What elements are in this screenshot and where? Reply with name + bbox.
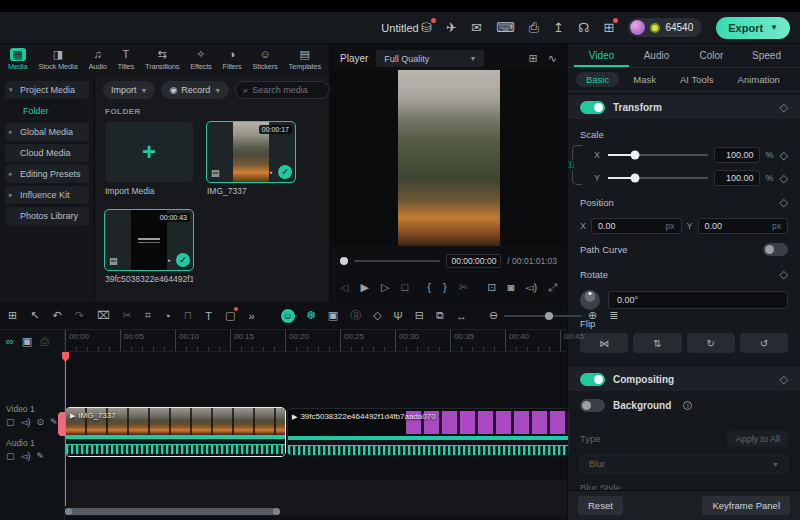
display-icon[interactable]: ⊡ [487,281,496,294]
scrubber-handle[interactable] [340,257,348,265]
lock-track-icon[interactable]: ▢ [6,417,15,427]
track-options-icon[interactable]: ✎ [50,417,58,427]
import-media-tile[interactable]: + Import Media [105,122,193,196]
transform-toggle[interactable] [580,101,605,114]
tab-speed[interactable]: Speed [739,44,794,67]
avatar[interactable] [630,20,645,35]
timeline-clip-39fc[interactable]: ▶39fc5038322e464492f1d4fb7aada070 [287,408,569,456]
subtab-mask[interactable]: Mask [623,72,666,87]
tab-titles[interactable]: T Titles [118,48,134,71]
scale-x-value[interactable]: 100.00 [714,147,760,163]
stop-icon[interactable]: □ [401,281,408,294]
play-icon[interactable]: ▶ [360,281,368,294]
subtab-animation[interactable]: Animation [728,72,790,87]
shield-icon[interactable]: ◇ [373,309,381,322]
track-height-icon[interactable]: ≣ [609,309,618,322]
mark-out-icon[interactable]: } [443,281,447,294]
rotate-dial[interactable] [580,290,600,310]
scrubber-track[interactable] [354,260,440,262]
select-tool-icon[interactable]: ↖ [30,309,39,322]
tab-audio[interactable]: ♫ Audio [88,48,106,71]
ai-effect-icon[interactable]: ❆ [307,309,316,322]
timeline-clip-img7337[interactable]: ▶IMG_7337 [66,408,285,456]
apps-icon[interactable]: ⊞ [604,21,615,34]
keyframe-diamond-icon[interactable]: ◇ [780,196,788,209]
export-button[interactable]: Export ▼ [716,17,790,39]
rotate-ccw-button[interactable]: ↺ [740,333,788,353]
support-icon[interactable]: ☊ [578,21,590,34]
zoom-in-icon[interactable]: ⊕ [588,309,597,322]
track-manager-icon[interactable]: ⊞ [8,309,17,322]
screen-record-icon[interactable]: ⧉ [436,309,444,322]
crop-icon[interactable]: ⌗ [145,309,151,322]
share-icon[interactable]: ✈ [446,21,457,34]
tab-templates[interactable]: ▤ Templates [289,48,321,71]
path-curve-toggle[interactable] [763,243,788,256]
media-item-img7337[interactable]: 00:00:17 ▤ ◔ ✓ IMG_7337 [207,122,295,196]
tab-audio-props[interactable]: Audio [629,44,684,67]
search-input[interactable] [252,85,322,95]
playhead[interactable] [65,352,66,506]
sidebar-item-global-media[interactable]: ▸ Global Media [5,123,89,141]
sidebar-item-project-media[interactable]: ▾ Project Media [5,81,89,99]
tab-effects[interactable]: ✧ Effects [190,48,211,71]
sidebar-item-photos-library[interactable]: Photos Library [5,207,89,225]
mark-in-icon[interactable]: { [427,281,431,294]
camera-icon[interactable]: ▣ [328,309,338,322]
sidebar-item-influence-kit[interactable]: ▸ Influence Kit [5,186,89,204]
rotate-cw-button[interactable]: ↻ [687,333,735,353]
reset-button[interactable]: Reset [578,496,623,515]
undo-icon[interactable]: ↶ [52,309,61,322]
scale-y-value[interactable]: 100.00 [714,170,760,186]
tab-transitions[interactable]: ⇆ Transitions [145,48,179,71]
scopes-icon[interactable]: ∿ [548,52,557,65]
compositing-toggle[interactable] [580,373,605,386]
lock-ratio-icon[interactable]: ⚿ [568,160,574,171]
media-item-39fc[interactable]: 00:00:43 ▤ ◔ ✓ 39fc5038322e464492f1d4f..… [105,210,193,284]
rotate-value[interactable]: 0.00° [608,291,788,309]
timeline-zoom-slider[interactable] [504,315,582,317]
lock-track-icon[interactable]: ▢ [6,451,15,461]
quick-split-icon[interactable]: ✄ [459,281,468,294]
keyframe-diamond-icon[interactable]: ◇ [780,149,788,162]
sidebar-item-editing-presets[interactable]: ▸ Editing Presets [5,165,89,183]
keyframe-diamond-icon[interactable]: ◇ [780,172,788,185]
subtab-ai-tools[interactable]: AI Tools [670,72,724,87]
sidebar-item-cloud-media[interactable]: Cloud Media [5,144,89,162]
next-frame-icon[interactable]: ▷ [381,281,389,294]
tab-media[interactable]: ▦ Media [8,48,27,71]
background-toggle[interactable] [580,399,605,412]
scale-x-slider[interactable] [608,154,708,156]
mute-track-icon[interactable]: ◅) [21,417,31,427]
account-pill[interactable]: 64540 [628,18,702,37]
beat-detect-icon[interactable]: Ⓑ [350,308,361,323]
sidebar-item-folder[interactable]: Folder [5,102,89,120]
voiceover-mic-icon[interactable]: Ψ [394,310,403,322]
apply-to-all-button[interactable]: Apply to All [727,431,788,447]
clip-trim-handle[interactable] [58,412,65,436]
tab-color[interactable]: Color [684,44,739,67]
position-y-field[interactable]: 0.00 px [698,218,788,234]
more-tools-icon[interactable]: » [248,310,254,322]
tab-stickers[interactable]: ☺ Stickers [253,48,278,71]
keyframe-diamond-icon[interactable]: ◇ [780,373,788,386]
preview-track-icon[interactable]: ▣ [22,335,32,348]
delete-icon[interactable]: ⌧ [97,309,110,322]
redo-icon[interactable]: ↷ [75,309,84,322]
feedback-icon[interactable]: ✉ [471,21,482,34]
tab-stock-media[interactable]: ◨ Stock Media [38,48,77,71]
keyframe-diamond-icon[interactable]: ◇ [780,101,788,114]
track-options-icon[interactable]: ✎ [36,451,44,461]
link-icon[interactable]: ∞ [6,335,14,348]
record-button[interactable]: ◉ Record ▼ [161,81,229,99]
scale-y-slider[interactable] [608,177,708,179]
volume-icon[interactable]: ◅) [525,281,537,294]
keyframe-panel-button[interactable]: Keyframe Panel [702,496,790,515]
gift-icon[interactable]: ⛁ [421,21,432,34]
zoom-out-icon[interactable]: ⊖ [489,309,498,322]
tab-video[interactable]: Video [574,44,629,67]
video-preview[interactable] [398,70,500,246]
timeline-horizontal-scrollbar[interactable] [65,508,280,515]
quality-dropdown[interactable]: Full Quality ▼ [376,50,484,67]
view-layout-icon[interactable]: ⊞ [529,52,538,65]
